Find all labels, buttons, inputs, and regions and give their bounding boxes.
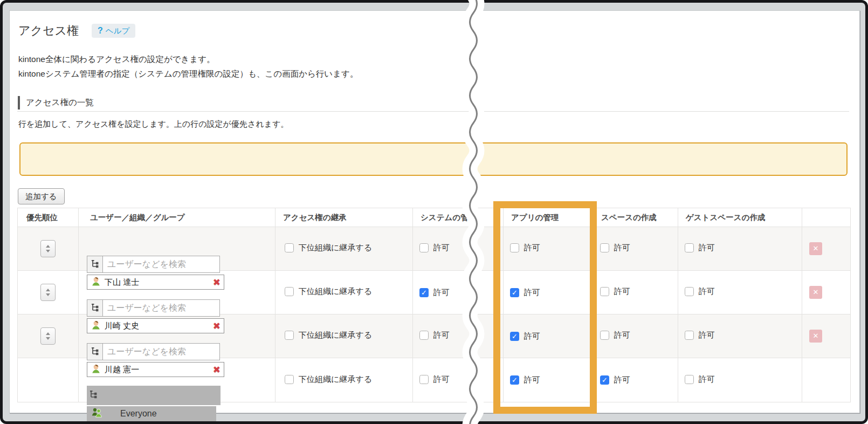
notice-highlight-box [19,142,848,176]
space-create-label[interactable]: 許可 [594,286,630,297]
app-admin-label[interactable]: 許可 [504,375,540,385]
org-select-button[interactable] [87,343,103,360]
selected-user-chip: 川越 憲一✖ [87,362,224,377]
space-create-checkbox[interactable] [600,375,609,385]
delete-row-button[interactable]: ✕ [809,242,822,255]
guest-space-create-checkbox[interactable] [685,331,694,340]
guest-space-create-checkbox[interactable] [685,287,694,296]
table-header-row: 優先順位 ユーザー／組織／グループ アクセス権の継承 システムの管理 アプリの管… [18,208,851,227]
selected-user-chip: 下山 達士✖ [87,275,224,290]
user-search-input[interactable] [102,299,220,317]
app-admin-label[interactable]: 許可 [504,288,540,298]
inherit-checkbox-label[interactable]: 下位組織に継承する [275,374,372,385]
remove-user-icon[interactable]: ✖ [213,278,221,287]
org-select-button[interactable] [87,256,103,273]
system-admin-checkbox[interactable] [419,288,429,297]
column-header-system-admin: システムの管理 [413,208,504,227]
system-admin-label[interactable]: 許可 [413,288,450,298]
delete-row-button[interactable]: ✕ [809,330,822,343]
system-admin-checkbox[interactable] [419,331,429,340]
app-admin-label[interactable]: 許可 [504,331,540,341]
space-create-checkbox[interactable] [600,287,609,296]
space-create-label[interactable]: 許可 [594,330,630,340]
app-admin-checkbox[interactable] [510,288,519,297]
user-search-input[interactable] [102,256,220,273]
remove-user-icon[interactable]: ✖ [213,322,221,331]
table-hint-text: 行を追加して、アクセス権を設定します。上の行の設定が優先されます。 [18,119,288,129]
org-tree-icon [91,303,99,313]
inherit-checkbox-label[interactable]: 下位組織に継承する [275,243,372,253]
guest-space-create-label[interactable]: 許可 [678,374,715,385]
org-tree-icon [89,390,98,401]
section-accent-bar [18,96,20,110]
question-icon: ? [98,26,103,36]
description-line: kintoneシステム管理者の指定（システムの管理権限の設定）も、この画面から行… [18,66,358,81]
section-header: アクセス権の一覧 [18,96,94,110]
move-down-icon[interactable] [46,293,50,296]
selected-user-name: 下山 達士 [105,277,213,288]
move-down-icon[interactable] [46,337,50,340]
org-tree-icon [91,347,99,357]
space-create-checkbox[interactable] [600,243,609,252]
move-down-icon[interactable] [46,250,50,252]
help-link[interactable]: ? ヘルプ [92,24,135,38]
inherit-checkbox[interactable] [285,331,294,340]
description-line: kintone全体に関わるアクセス権の設定ができます。 [18,52,358,66]
inherit-checkbox[interactable] [285,287,294,296]
system-admin-label[interactable]: 許可 [413,243,450,253]
inherit-checkbox[interactable] [285,375,294,384]
inherit-checkbox-label[interactable]: 下位組織に継承する [275,286,372,297]
system-admin-checkbox[interactable] [419,243,429,252]
section-title: アクセス権の一覧 [26,97,94,108]
inherit-checkbox-label[interactable]: 下位組織に継承する [275,330,372,340]
org-tree-icon [91,259,99,270]
page-title: アクセス権 [18,23,79,39]
person-icon [91,319,101,332]
selected-group-name: Everyone [120,409,157,419]
guest-space-create-label[interactable]: 許可 [678,286,715,297]
inherit-checkbox[interactable] [285,243,294,252]
disabled-entity-search [87,386,221,405]
system-admin-checkbox[interactable] [419,375,429,384]
app-admin-label[interactable]: 許可 [504,243,540,253]
app-admin-checkbox[interactable] [510,243,519,252]
app-admin-checkbox[interactable] [510,332,519,341]
org-select-button[interactable] [87,299,103,317]
app-admin-checkbox[interactable] [510,375,519,385]
priority-spinner[interactable] [40,284,56,301]
move-up-icon[interactable] [46,245,50,248]
system-admin-label[interactable]: 許可 [413,330,450,340]
group-icon [91,407,103,420]
guest-space-create-checkbox[interactable] [685,243,694,252]
move-up-icon[interactable] [46,332,50,335]
space-create-label[interactable]: 許可 [594,375,630,385]
column-header-inheritance: アクセス権の継承 [275,208,413,227]
selected-user-name: 川崎 丈史 [105,321,213,331]
help-link-label: ヘルプ [106,26,130,36]
system-admin-label[interactable]: 許可 [413,374,450,385]
priority-spinner[interactable] [40,327,56,345]
space-create-checkbox[interactable] [600,331,609,340]
move-up-icon[interactable] [46,289,50,291]
column-header-guest-space-create: ゲストスペースの作成 [678,208,802,227]
priority-spinner[interactable] [40,240,56,257]
section-divider [17,111,849,112]
user-search-input[interactable] [102,343,220,360]
guest-space-create-checkbox[interactable] [685,375,694,384]
permissions-table: 優先順位 ユーザー／組織／グループ アクセス権の継承 システムの管理 アプリの管… [17,208,851,402]
column-header-priority: 優先順位 [18,208,79,227]
screenshot-frame: アクセス権 ? ヘルプ kintone全体に関わるアクセス権の設定ができます。 … [0,0,868,424]
selected-user-name: 川越 憲一 [105,365,213,375]
delete-row-button[interactable]: ✕ [809,286,822,299]
column-header-app-admin: アプリの管理 [504,208,594,227]
guest-space-create-label[interactable]: 許可 [678,243,715,253]
person-icon [91,276,101,289]
space-create-label[interactable]: 許可 [594,243,630,253]
remove-user-icon[interactable]: ✖ [213,365,221,374]
person-icon [91,363,101,376]
add-row-button[interactable]: 追加する [18,188,65,204]
table-row: 下山 達士✖下位組織に継承する許可許可許可許可✕ [18,227,851,271]
guest-space-create-label[interactable]: 許可 [678,330,715,340]
column-header-actions [802,208,851,227]
column-header-entity: ユーザー／組織／グループ [79,208,275,227]
